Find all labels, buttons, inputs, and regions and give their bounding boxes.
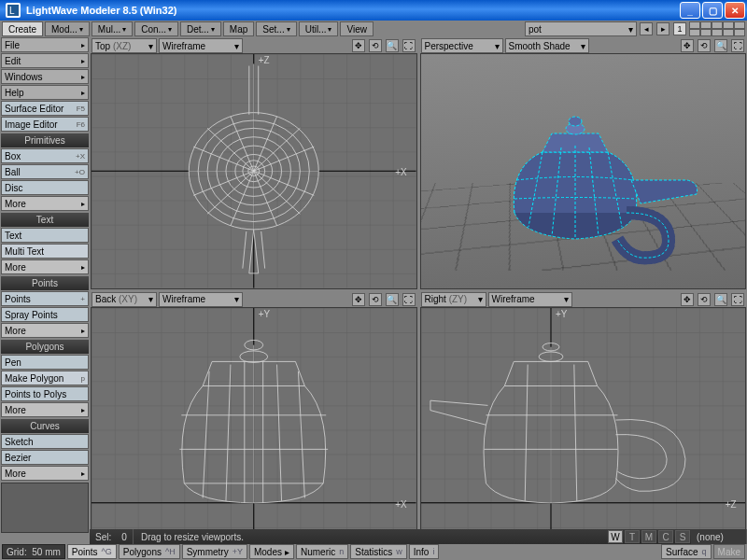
more-polygons[interactable]: More▸ bbox=[1, 402, 89, 417]
mode-polygons[interactable]: Polygons^H bbox=[119, 544, 180, 559]
tool-make-polygon[interactable]: Make Polygonp bbox=[1, 371, 89, 385]
tool-points[interactable]: Points+ bbox=[1, 291, 89, 306]
tool-disc[interactable]: Disc bbox=[1, 180, 89, 195]
window-title: LightWave Modeler 8.5 (Win32) bbox=[24, 5, 678, 16]
status-menu[interactable]: (none) bbox=[691, 529, 747, 544]
app-icon: L bbox=[6, 3, 21, 18]
menu-file[interactable]: File▸ bbox=[1, 37, 89, 52]
vp-persp-shade-dropdown[interactable]: Smooth Shade▾ bbox=[505, 38, 589, 53]
panel-text: Text bbox=[1, 213, 89, 227]
flag-w[interactable]: W bbox=[608, 530, 623, 543]
vp-right-shade-dropdown[interactable]: Wireframe▾ bbox=[488, 292, 572, 307]
tab-map[interactable]: Map bbox=[223, 21, 254, 36]
tab-modify[interactable]: Mod...▾ bbox=[45, 21, 90, 36]
flag-c[interactable]: C bbox=[658, 530, 673, 543]
more-points[interactable]: More▸ bbox=[1, 323, 89, 338]
btn-info[interactable]: Infoi bbox=[409, 544, 440, 559]
prev-object-button[interactable]: ◂ bbox=[640, 22, 653, 35]
rotate-icon[interactable]: ⟲ bbox=[698, 293, 711, 306]
vp-right-view-dropdown[interactable]: Right (ZY)▾ bbox=[421, 292, 486, 307]
zoom-icon[interactable]: 🔍 bbox=[714, 39, 727, 52]
vp-back-shade-dropdown[interactable]: Wireframe▾ bbox=[159, 292, 243, 307]
mode-symmetry[interactable]: Symmetry+Y bbox=[182, 544, 247, 559]
tool-ball[interactable]: Ball+O bbox=[1, 164, 89, 179]
midstatus: Sel: 0 Drag to resize viewports. W T M C… bbox=[90, 529, 747, 544]
move-icon[interactable]: ✥ bbox=[681, 39, 694, 52]
menu-edit[interactable]: Edit▸ bbox=[1, 53, 89, 68]
zoom-icon[interactable]: 🔍 bbox=[714, 293, 727, 306]
tab-setup[interactable]: Set...▾ bbox=[256, 21, 296, 36]
vp-persp-view-dropdown[interactable]: Perspective▾ bbox=[421, 38, 503, 53]
btn-numeric[interactable]: Numericn bbox=[296, 544, 348, 559]
maximize-icon[interactable]: ⛶ bbox=[402, 39, 416, 52]
tool-box[interactable]: Box+X bbox=[1, 148, 89, 163]
rotate-icon[interactable]: ⟲ bbox=[369, 293, 382, 306]
tab-utilities[interactable]: Util...▾ bbox=[299, 21, 339, 36]
vp-top-view-dropdown[interactable]: Top (XZ)▾ bbox=[92, 38, 157, 53]
rotate-icon[interactable]: ⟲ bbox=[698, 39, 711, 52]
tab-create[interactable]: Create bbox=[2, 21, 43, 36]
viewport-perspective: Perspective▾ Smooth Shade▾ ✥ ⟲ 🔍 ⛶ bbox=[420, 38, 747, 289]
svg-text:L: L bbox=[9, 6, 15, 16]
tool-multitext[interactable]: Multi Text bbox=[1, 244, 89, 259]
sidebar: File▸ Edit▸ Windows▸ Help▸ Surface Edito… bbox=[0, 37, 90, 543]
vp-persp-canvas[interactable] bbox=[420, 53, 747, 289]
svg-rect-50 bbox=[421, 308, 746, 542]
viewport-top: Top (XZ)▾ Wireframe▾ ✥ ⟲ 🔍 ⛶ bbox=[91, 38, 417, 289]
image-editor-button[interactable]: Image EditorF6 bbox=[1, 117, 89, 132]
maximize-button[interactable]: ▢ bbox=[702, 2, 723, 19]
maximize-icon[interactable]: ⛶ bbox=[731, 293, 744, 306]
maximize-icon[interactable]: ⛶ bbox=[731, 39, 744, 52]
layer-fg-button[interactable]: 1 bbox=[673, 22, 686, 35]
vp-back-view-dropdown[interactable]: Back (XY)▾ bbox=[92, 292, 157, 307]
btn-make[interactable]: Make bbox=[713, 544, 745, 559]
menu-windows[interactable]: Windows▸ bbox=[1, 69, 89, 84]
layer-buttons[interactable] bbox=[689, 21, 745, 36]
btn-modes[interactable]: Modes▸ bbox=[249, 544, 294, 559]
tab-detail[interactable]: Det...▾ bbox=[180, 21, 221, 36]
mode-points[interactable]: Points^G bbox=[67, 544, 117, 559]
tab-multiply[interactable]: Mul...▾ bbox=[92, 21, 133, 36]
vp-right-canvas[interactable]: +Z +Y bbox=[420, 307, 747, 543]
panel-points: Points bbox=[1, 276, 89, 290]
more-text[interactable]: More▸ bbox=[1, 259, 89, 274]
surface-editor-button[interactable]: Surface EditorF5 bbox=[1, 101, 89, 116]
vp-top-canvas[interactable]: +X +Z bbox=[91, 53, 417, 289]
tool-sketch[interactable]: Sketch bbox=[1, 434, 89, 449]
tab-construct[interactable]: Con...▾ bbox=[134, 21, 178, 36]
tool-text[interactable]: Text bbox=[1, 228, 89, 243]
close-button[interactable]: ✕ bbox=[725, 2, 745, 19]
flag-t[interactable]: T bbox=[625, 530, 640, 543]
object-dropdown[interactable]: pot▾ bbox=[525, 21, 637, 36]
move-icon[interactable]: ✥ bbox=[352, 293, 365, 306]
svg-text:+Z: +Z bbox=[259, 55, 270, 65]
more-primitives[interactable]: More▸ bbox=[1, 196, 89, 211]
svg-text:+Z: +Z bbox=[725, 498, 736, 509]
tool-bezier[interactable]: Bezier bbox=[1, 450, 89, 465]
zoom-icon[interactable]: 🔍 bbox=[386, 293, 399, 306]
zoom-icon[interactable]: 🔍 bbox=[386, 39, 399, 52]
next-object-button[interactable]: ▸ bbox=[656, 22, 669, 35]
flag-s[interactable]: S bbox=[675, 530, 690, 543]
vp-top-shade-dropdown[interactable]: Wireframe▾ bbox=[159, 38, 243, 53]
move-icon[interactable]: ✥ bbox=[352, 39, 365, 52]
status-hint: Drag to resize viewports. bbox=[134, 532, 607, 542]
tool-pen[interactable]: Pen bbox=[1, 355, 89, 370]
tab-view[interactable]: View bbox=[340, 21, 374, 36]
panel-primitives: Primitives bbox=[1, 133, 89, 147]
svg-text:+Y: +Y bbox=[259, 309, 271, 319]
panel-polygons: Polygons bbox=[1, 340, 89, 354]
menu-help[interactable]: Help▸ bbox=[1, 85, 89, 100]
btn-statistics[interactable]: Statisticsw bbox=[350, 544, 407, 559]
move-icon[interactable]: ✥ bbox=[681, 293, 694, 306]
btn-surface[interactable]: Surfaceq bbox=[661, 544, 711, 559]
tool-spray-points[interactable]: Spray Points bbox=[1, 307, 89, 322]
rotate-icon[interactable]: ⟲ bbox=[369, 39, 382, 52]
bottombar: Grid: 50 mm Points^G Polygons^H Symmetry… bbox=[0, 543, 747, 560]
maximize-icon[interactable]: ⛶ bbox=[402, 293, 416, 306]
flag-m[interactable]: M bbox=[641, 530, 656, 543]
minimize-button[interactable]: _ bbox=[680, 2, 700, 19]
vp-back-canvas[interactable]: +X +Y bbox=[91, 307, 417, 543]
tool-points-to-polys[interactable]: Points to Polys bbox=[1, 386, 89, 401]
more-curves[interactable]: More▸ bbox=[1, 466, 89, 481]
